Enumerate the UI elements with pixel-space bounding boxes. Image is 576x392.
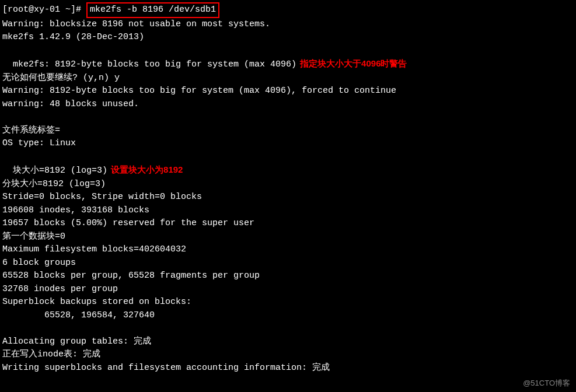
output-line: 分块大小=8192 (log=3) — [2, 178, 574, 191]
output-line: 196608 inodes, 393168 blocks — [2, 204, 574, 218]
output-line: 19657 blocks (5.00%) reserved for the su… — [2, 217, 574, 230]
output-line: warning: 48 blocks unused. — [2, 98, 574, 111]
output-line: Stride=0 blocks, Stripe width=0 blocks — [2, 191, 574, 204]
output-line: 65528 blocks per group, 65528 fragments … — [2, 270, 574, 283]
watermark: @51CTO博客 — [523, 377, 570, 389]
output-line: Superblock backups stored on blocks: — [2, 296, 574, 309]
output-line: Allocating group tables: 完成 — [2, 335, 574, 349]
output-line: Writing superblocks and filesystem accou… — [2, 362, 574, 375]
command-highlighted: mke2fs -b 8196 /dev/sdb1 — [86, 2, 219, 18]
prompt-prefix: [root@xy-01 ~]# — [2, 4, 86, 17]
annotation-warning: 指定块大小大于4096时警告 — [300, 58, 407, 68]
output-line-with-annotation: 块大小=8192 (log=3)设置块大小为8192 — [2, 150, 574, 178]
output-line: Warning: 8192-byte blocks too big for sy… — [2, 85, 574, 98]
output-line: 无论如何也要继续? (y,n) y — [2, 72, 574, 85]
output-line: 65528, 196584, 327640 — [2, 309, 574, 323]
blank-line — [2, 111, 574, 124]
annotation-blocksize: 设置块大小为8192 — [111, 164, 183, 174]
output-line: OS type: Linux — [2, 137, 574, 150]
output-line: Warning: blocksize 8196 not usable on mo… — [2, 18, 574, 32]
output-line: 文件系统标签= — [2, 124, 574, 138]
blank-line — [2, 322, 574, 335]
prompt-line: [root@xy-01 ~]# mke2fs -b 8196 /dev/sdb1 — [2, 2, 574, 18]
output-line: 6 block groups — [2, 257, 574, 270]
output-line: mke2fs 1.42.9 (28-Dec-2013) — [2, 31, 574, 44]
output-line-with-annotation: mke2fs: 8192-byte blocks too big for sys… — [2, 44, 574, 72]
output-line: 32768 inodes per group — [2, 283, 574, 296]
output-line: 正在写入inode表: 完成 — [2, 348, 574, 362]
output-line: Maximum filesystem blocks=402604032 — [2, 243, 574, 257]
output-line: 第一个数据块=0 — [2, 230, 574, 244]
output-text: 块大小=8192 (log=3) — [13, 166, 107, 176]
output-text: mke2fs: 8192-byte blocks too big for sys… — [13, 60, 296, 69]
